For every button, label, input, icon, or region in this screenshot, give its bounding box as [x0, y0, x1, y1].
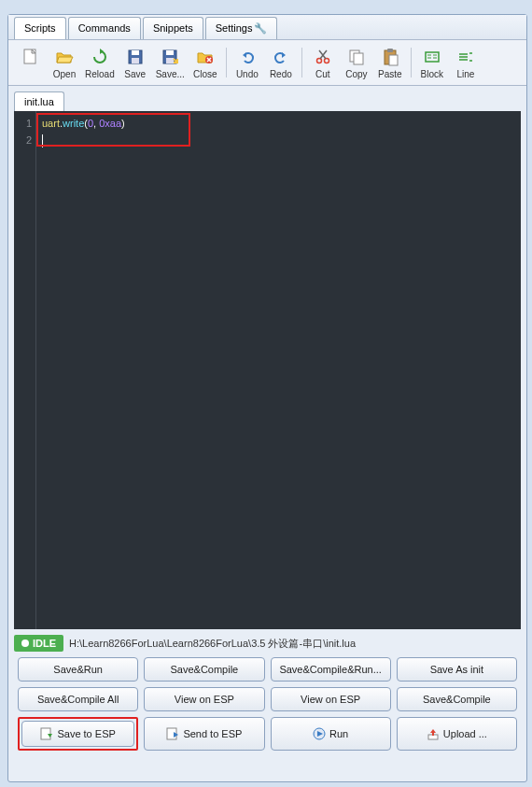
run-button[interactable]: Run [271, 717, 391, 751]
upload-icon [427, 727, 440, 740]
toolbar: Open Reload Save Save... Close [8, 40, 526, 86]
action-buttons: Save&Run Save&Compile Save&Compile&Run..… [8, 657, 526, 760]
code-editor[interactable]: 1 2 uart.write(0, 0xaa) [14, 111, 521, 629]
line-button[interactable]: Line [449, 44, 483, 81]
svg-rect-13 [387, 49, 393, 52]
status-bar: IDLE H:\Learn8266ForLua\Learn8266ForLua\… [14, 635, 521, 652]
redo-label: Redo [270, 69, 292, 79]
block-comment-icon [421, 46, 443, 68]
cut-icon [312, 46, 334, 68]
save-to-esp-label: Save to ESP [57, 728, 115, 739]
code-content[interactable]: uart.write(0, 0xaa) [36, 111, 521, 629]
open-label: Open [53, 69, 76, 79]
saveas-button[interactable]: Save... [152, 44, 189, 81]
save-to-esp-button[interactable]: Save to ESP [21, 721, 134, 747]
copy-icon [345, 46, 368, 68]
redo-icon [270, 46, 292, 68]
reload-icon [89, 46, 111, 68]
undo-button[interactable]: Undo [231, 44, 264, 81]
save-compile-button[interactable]: Save&Compile [144, 657, 264, 682]
new-file-icon [20, 46, 42, 68]
open-button[interactable]: Open [48, 44, 81, 81]
svg-rect-5 [166, 50, 174, 55]
svg-rect-14 [389, 55, 398, 65]
file-path: H:\Learn8266ForLua\Learn8266ForLua\3.5 外… [69, 637, 356, 651]
send-to-esp-icon [166, 727, 179, 740]
line-comment-icon [455, 46, 477, 68]
save-as-init-button[interactable]: Save As init [397, 657, 517, 682]
save-compile-all-button[interactable]: Save&Compile All [18, 687, 138, 711]
line-label: Line [456, 69, 474, 79]
copy-label: Copy [345, 69, 367, 79]
saveas-icon [159, 46, 181, 68]
block-button[interactable]: Block [415, 44, 449, 81]
save-compile-run-button[interactable]: Save&Compile&Run... [271, 657, 391, 682]
paste-icon [379, 46, 401, 68]
reload-button[interactable]: Reload [81, 44, 119, 81]
tab-snippets[interactable]: Snippets [143, 17, 203, 39]
file-tab-init[interactable]: init.lua [14, 91, 64, 111]
view-on-esp-button-1[interactable]: View on ESP [144, 687, 264, 711]
run-label: Run [329, 728, 348, 739]
close-label: Close [193, 69, 217, 79]
save-button[interactable]: Save [119, 44, 152, 81]
svg-rect-3 [132, 58, 139, 63]
block-label: Block [421, 69, 443, 79]
save-run-button[interactable]: Save&Run [18, 657, 138, 682]
svg-rect-15 [426, 52, 439, 62]
tab-settings[interactable]: Settings🔧 [205, 17, 278, 39]
tab-scripts[interactable]: Scripts [14, 17, 66, 39]
svg-rect-2 [132, 50, 139, 55]
top-tab-strip: Scripts Commands Snippets Settings🔧 [8, 15, 526, 40]
run-icon [313, 727, 326, 740]
close-icon [194, 46, 217, 68]
save-compile-button-2[interactable]: Save&Compile [397, 687, 517, 711]
highlight-annotation-save: Save to ESP [18, 717, 138, 751]
view-on-esp-button-2[interactable]: View on ESP [271, 687, 391, 711]
idle-label: IDLE [33, 638, 56, 649]
saveas-label: Save... [156, 69, 185, 79]
paste-button[interactable]: Paste [373, 44, 407, 81]
cut-button[interactable]: Cut [306, 44, 340, 81]
upload-button[interactable]: Upload ... [397, 717, 517, 751]
save-to-esp-icon [40, 727, 53, 740]
idle-badge: IDLE [14, 635, 63, 652]
copy-button[interactable]: Copy [340, 44, 373, 81]
tab-settings-label: Settings [216, 22, 253, 34]
save-label: Save [124, 69, 146, 79]
close-button[interactable]: Close [189, 44, 222, 81]
undo-label: Undo [236, 69, 259, 79]
send-to-esp-label: Send to ESP [183, 728, 242, 739]
status-dot-icon [21, 639, 29, 647]
cut-label: Cut [315, 69, 330, 79]
redo-button[interactable]: Redo [264, 44, 298, 81]
send-to-esp-button[interactable]: Send to ESP [144, 717, 264, 751]
reload-label: Reload [85, 69, 115, 79]
save-icon [124, 46, 147, 68]
new-file-button[interactable] [14, 44, 48, 81]
upload-label: Upload ... [443, 728, 487, 739]
svg-rect-11 [354, 53, 363, 64]
paste-label: Paste [378, 69, 402, 79]
tab-commands[interactable]: Commands [68, 17, 141, 39]
folder-open-icon [53, 46, 76, 68]
line-gutter: 1 2 [14, 111, 36, 629]
file-tab-strip: init.lua [8, 90, 526, 111]
wrench-icon: 🔧 [254, 22, 267, 35]
undo-icon [236, 46, 259, 68]
svg-rect-6 [166, 58, 174, 63]
